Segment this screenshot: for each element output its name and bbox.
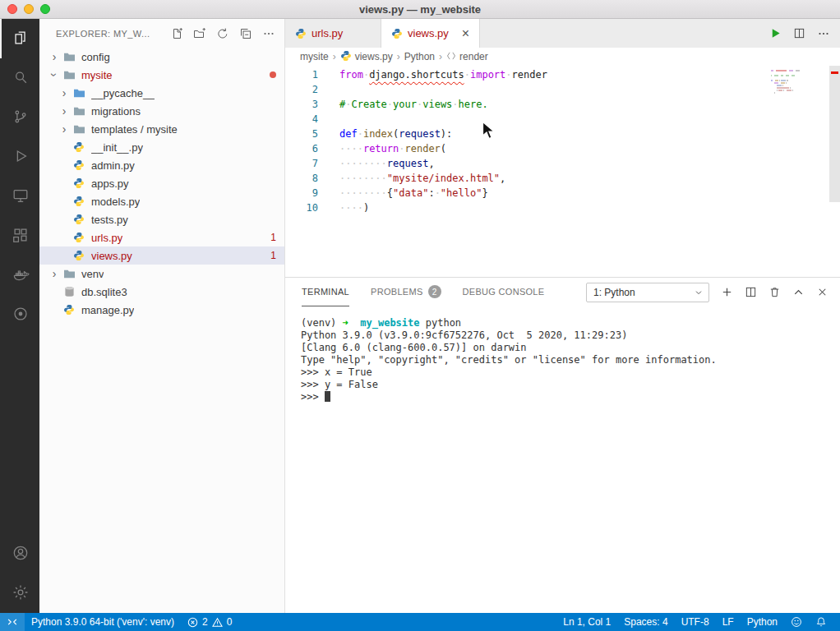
minimap-line <box>771 92 825 94</box>
more-button[interactable] <box>817 27 830 40</box>
account-icon <box>12 544 30 564</box>
window-title: views.py — my_website <box>0 3 840 16</box>
status-python[interactable]: Python <box>741 613 784 631</box>
activity-explorer-button[interactable] <box>0 19 39 58</box>
activity-account-button[interactable] <box>0 534 39 573</box>
panel-tab-terminal[interactable]: TERMINAL <box>302 278 349 306</box>
tree-item-apps-py[interactable]: apps.py <box>39 174 284 192</box>
notifications-bell-button[interactable] <box>809 613 833 631</box>
code-text: #·Create·your·views·here. <box>339 97 488 112</box>
new-terminal-button[interactable] <box>721 286 733 298</box>
tree-item-db-sqlite3[interactable]: db.sqlite3 <box>39 283 284 301</box>
activity-extensions-button[interactable] <box>0 216 39 256</box>
terminal-output[interactable]: (venv) ➜ my_website pythonPython 3.9.0 (… <box>285 306 840 613</box>
panel-actions <box>721 286 828 298</box>
tree-item-urls-py[interactable]: urls.py1 <box>39 228 284 246</box>
breadcrumb-mysite[interactable]: mysite <box>300 51 329 62</box>
panel-tabs: TERMINALPROBLEMS2DEBUG CONSOLE <box>302 278 565 306</box>
activity-settings-button[interactable] <box>0 573 39 613</box>
chevron-right-icon: › <box>397 51 400 62</box>
kill-terminal-button[interactable] <box>768 286 781 298</box>
python-interpreter-status[interactable]: Python 3.9.0 64-bit ('venv': venv) <box>25 613 181 631</box>
tree-item-manage-py[interactable]: manage.py <box>39 301 284 319</box>
close-panel-button[interactable] <box>816 286 828 298</box>
problems-status[interactable]: 2 0 <box>181 613 238 631</box>
tree-item-views-py[interactable]: views.py1 <box>39 246 284 265</box>
terminal-selector[interactable]: 1: Python <box>586 283 709 302</box>
new-file-icon[interactable] <box>169 26 184 41</box>
code-editor[interactable]: 1from·django.shortcuts·import·render23#·… <box>285 66 840 277</box>
minimize-window-button[interactable] <box>24 4 34 14</box>
bell-icon <box>815 616 827 628</box>
maximize-panel-button[interactable] <box>792 286 805 298</box>
panel-tab-problems[interactable]: PROBLEMS2 <box>371 278 441 306</box>
collapse-all-icon[interactable] <box>238 26 253 41</box>
new-folder-icon[interactable] <box>192 26 207 41</box>
line-number: 3 <box>285 97 318 112</box>
file-label: tests.py <box>91 214 128 226</box>
line-number: 6 <box>285 141 318 156</box>
tree-item-mysite[interactable]: ›mysite <box>39 66 284 84</box>
status-lf[interactable]: LF <box>716 613 741 631</box>
feedback-button[interactable] <box>784 613 809 631</box>
status-right-items: Ln 1, Col 1Spaces: 4UTF-8LFPython <box>556 613 784 631</box>
close-icon[interactable]: × <box>462 27 469 40</box>
code-line: 5def·index(request): <box>285 127 840 141</box>
breadcrumb-label: mysite <box>300 51 329 62</box>
symbol-icon <box>446 51 456 63</box>
remote-indicator-button[interactable] <box>0 613 25 631</box>
status-utf-8[interactable]: UTF-8 <box>675 613 716 631</box>
zoom-window-button[interactable] <box>40 4 50 14</box>
refresh-icon[interactable] <box>215 26 230 41</box>
python-icon <box>71 232 87 243</box>
workbench: EXPLORER: MY_W... ›config›mysite›__pycac… <box>0 19 840 613</box>
tab-urls-py[interactable]: urls.py <box>285 19 381 48</box>
activity-search-button[interactable] <box>0 58 39 98</box>
tree-item-templates-mysite[interactable]: ›templates / mysite <box>39 120 284 138</box>
breadcrumb-views-py[interactable]: views.py <box>340 50 393 64</box>
tree-item-pycache[interactable]: ›__pycache__ <box>39 84 284 102</box>
activity-remote-explorer-button[interactable] <box>0 177 39 216</box>
activity-run-and-debug-button[interactable] <box>0 137 39 177</box>
run-button[interactable] <box>769 27 782 39</box>
more-icon[interactable] <box>261 26 276 41</box>
tabs: urls.pyviews.py× <box>285 19 480 48</box>
minimap[interactable] <box>771 70 825 94</box>
breadcrumb-python[interactable]: Python <box>404 51 435 62</box>
breadcrumb-render[interactable]: render <box>446 51 488 63</box>
panel-tab-label: DEBUG CONSOLE <box>463 287 545 297</box>
tree-item-migrations[interactable]: ›migrations <box>39 102 284 120</box>
file-label: venv <box>81 268 104 280</box>
breadcrumb-label: render <box>459 51 488 62</box>
split-editor-button[interactable] <box>793 27 805 39</box>
activity-azure-button[interactable] <box>0 295 39 334</box>
terminal-line: (venv) ➜ my_website python <box>301 317 840 329</box>
status-spaces-4[interactable]: Spaces: 4 <box>617 613 674 631</box>
activity-source-control-button[interactable] <box>0 98 39 137</box>
tree-item-models-py[interactable]: models.py <box>39 192 284 210</box>
tree-item-admin-py[interactable]: admin.py <box>39 156 284 174</box>
breadcrumb-label: Python <box>404 51 435 62</box>
panel-header: TERMINALPROBLEMS2DEBUG CONSOLE 1: Python <box>285 278 840 306</box>
file-label: db.sqlite3 <box>81 286 127 298</box>
python-icon <box>71 141 87 153</box>
file-label: apps.py <box>91 177 129 190</box>
status-ln-1-col-1[interactable]: Ln 1, Col 1 <box>556 613 617 631</box>
close-window-button[interactable] <box>7 4 17 14</box>
file-label: urls.py <box>91 232 122 244</box>
panel-tab-debug-console[interactable]: DEBUG CONSOLE <box>463 278 545 306</box>
tab-views-py[interactable]: views.py× <box>381 19 480 48</box>
tree-item-config[interactable]: ›config <box>39 48 284 66</box>
editor-scrollbar[interactable] <box>829 66 840 202</box>
tree-item-init-py[interactable]: __init__.py <box>39 138 284 156</box>
chevron-icon: › <box>58 87 71 99</box>
line-number: 2 <box>285 82 318 97</box>
folder-icon <box>61 70 77 81</box>
terminal-line: [Clang 6.0 (clang-600.0.57)] on darwin <box>301 342 840 354</box>
split-terminal-button[interactable] <box>745 286 757 298</box>
minimap-line <box>771 77 825 79</box>
tree-item-tests-py[interactable]: tests.py <box>39 210 284 228</box>
activity-docker-button[interactable] <box>0 256 39 295</box>
tree-item-venv[interactable]: ›venv <box>39 265 284 283</box>
file-label: mysite <box>81 69 113 81</box>
